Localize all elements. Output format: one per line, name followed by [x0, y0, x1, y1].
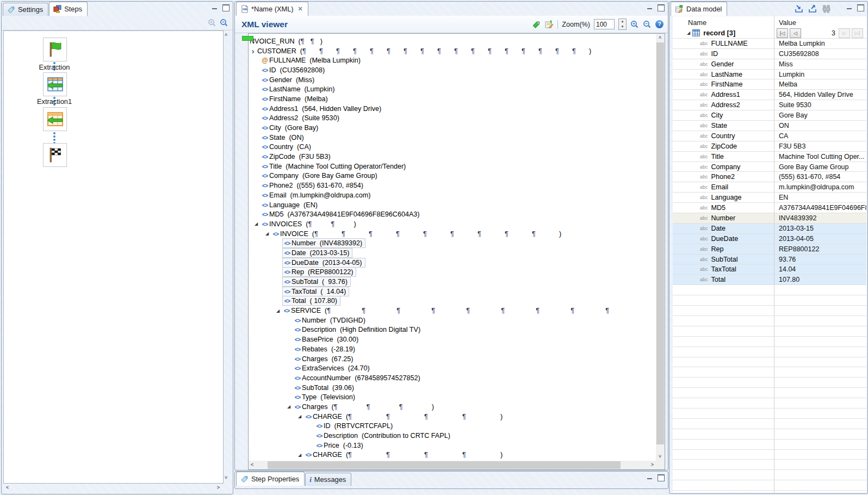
tab-steps[interactable]: Steps [49, 2, 88, 16]
field-value[interactable]: F3U 5B3 [774, 141, 866, 151]
zoom-in-icon[interactable] [208, 18, 216, 27]
green-tag-icon[interactable] [532, 20, 541, 29]
xml-tree-row[interactable]: <>DueDate(2013-04-05) [249, 258, 656, 268]
zoom-out-icon[interactable] [220, 18, 228, 27]
xml-tree-row[interactable]: <>Gender(Miss) [249, 75, 656, 85]
xml-vertical-scrollbar[interactable]: ˄ ˅ [656, 34, 665, 461]
edit-xml-icon[interactable] [544, 20, 554, 29]
field-value[interactable]: Melba [774, 79, 866, 89]
import-data-model-icon[interactable] [795, 4, 804, 13]
data-model-row[interactable]: abcIDCU35692808 [673, 49, 866, 59]
tab-step-properties[interactable]: Step Properties [236, 472, 305, 486]
data-model-row[interactable]: abcSubTotal93.76 [673, 255, 866, 265]
expanded-icon[interactable]: ◢ [274, 308, 282, 313]
xml-tree-row[interactable]: <>Title(Machine Tool Cutting Operator/Te… [249, 162, 656, 171]
expanded-icon[interactable]: ◢ [295, 414, 304, 419]
field-value[interactable]: Gore Bay [774, 110, 866, 120]
xml-tree-row[interactable]: <>Language(EN) [249, 200, 656, 210]
xml-tree-row[interactable]: <>MD5(A376734A49841E9F04696F8E96C604A3) [249, 209, 656, 219]
xml-tree-row[interactable]: <>Description(High Definition Digital TV… [249, 325, 656, 335]
xml-tree-row[interactable]: ◢<>Charges(¶¶¶) [249, 402, 656, 412]
maximize-button[interactable] [222, 4, 230, 11]
workflow-end-step[interactable] [43, 143, 67, 167]
expanded-icon[interactable]: ◢ [284, 404, 293, 409]
minimize-button[interactable] [647, 5, 653, 11]
field-value[interactable]: 2013-04-05 [774, 234, 866, 244]
data-model-row[interactable]: abcTaxTotal14.04 [673, 264, 866, 275]
expanded-icon[interactable]: ◢ [687, 30, 690, 35]
close-icon[interactable]: ✕ [298, 5, 303, 13]
xml-tree-row[interactable]: <>FirstName(Melba) [249, 94, 656, 104]
expanded-icon[interactable]: ◢ [252, 221, 261, 226]
next-record-button[interactable]: ▷ [839, 28, 850, 38]
workflow-extraction1-step[interactable] [43, 107, 67, 131]
xml-tree-row[interactable]: ◢<>CHARGE(¶¶¶¶) [249, 412, 656, 422]
first-record-button[interactable]: |◁ [777, 28, 788, 38]
xml-tree-row[interactable]: <>ID(RBTVCRTCFAPL) [249, 422, 656, 431]
horizontal-scrollbar[interactable]: < > [3, 484, 222, 492]
minimize-button[interactable] [846, 5, 852, 11]
minimize-button[interactable] [647, 475, 653, 481]
export-data-model-icon[interactable] [808, 4, 817, 13]
data-model-row[interactable]: abcAddress2Suite 9530 [673, 100, 866, 110]
data-model-row[interactable]: abcFirstNameMelba [673, 79, 866, 90]
sync-model-icon[interactable] [822, 4, 832, 13]
data-model-row[interactable]: abcCompanyGore Bay Game Group [673, 162, 866, 172]
field-value[interactable]: CU35692808 [774, 49, 866, 59]
spinner-down-icon[interactable]: ▼ [619, 24, 626, 30]
expanded-icon[interactable]: ◢ [263, 231, 271, 236]
field-value[interactable]: INV4839392 [774, 213, 866, 223]
data-model-row[interactable]: abcFULLNAMEMelba Lumpkin [673, 39, 866, 49]
xml-tree-row[interactable]: <>Charges(67.25) [249, 354, 656, 364]
data-model-row[interactable]: abcDate2013-03-15 [673, 224, 866, 234]
xml-tree-row[interactable]: <>Phone2((555) 631-670, #854) [249, 181, 656, 190]
data-model-row[interactable]: abcZipCodeF3U 5B3 [673, 141, 866, 152]
xml-tree-row[interactable]: <>Address1(564, Hidden Valley Drive) [249, 104, 656, 114]
data-model-row[interactable]: abcLastNameLumpkin [673, 70, 866, 80]
data-model-row[interactable]: abcMD5A376734A49841E9F04696F8E... [673, 203, 866, 213]
spinner-up-icon[interactable]: ▲ [619, 19, 626, 24]
field-value[interactable]: Lumpkin [774, 70, 866, 79]
maximize-button[interactable] [658, 474, 665, 481]
field-value[interactable]: (555) 631-670, #854 [774, 172, 866, 182]
field-value[interactable]: 93.76 [774, 255, 866, 264]
record-row[interactable]: ◢ record [3] |◁ ◁ 3 ▷ ▷| [673, 28, 866, 39]
xml-tree-row[interactable]: <>Rebates(-28.19) [249, 344, 656, 354]
field-value[interactable]: Miss [774, 59, 866, 69]
previous-record-button[interactable]: ◁ [790, 28, 801, 38]
xml-tree-row[interactable]: <>Country(CA) [249, 143, 656, 152]
xml-tree-row[interactable]: <>Price(-0.13) [249, 441, 656, 450]
data-model-row[interactable]: abcAddress1564, Hidden Valley Drive [673, 90, 866, 100]
field-value[interactable]: m.lumpkin@oldrupa.com [774, 182, 866, 192]
data-model-row[interactable]: abcEmailm.lumpkin@oldrupa.com [673, 182, 866, 193]
xml-tree-row[interactable]: <>Number(INV4839392) [249, 238, 656, 248]
field-value[interactable]: 14.04 [774, 264, 866, 274]
data-model-row[interactable]: abcPhone2(555) 631-670, #854 [673, 172, 866, 182]
field-value[interactable]: 564, Hidden Valley Drive [774, 90, 866, 100]
xml-tree-row[interactable]: ◢<>SERVICE(¶¶¶¶¶¶¶¶¶ [249, 306, 656, 315]
field-value[interactable]: ON [774, 121, 866, 131]
xml-tree-row[interactable]: <>Email(m.lumpkin@oldrupa.com) [249, 190, 656, 200]
tab-name-xml[interactable]: XML *Name (XML) ✕ [236, 2, 308, 16]
xml-tree-row[interactable]: ◢<>INVOICES(¶¶) [249, 219, 656, 229]
xml-tree-row[interactable]: <>State(ON) [249, 133, 656, 143]
xml-tree-row[interactable]: <>TaxTotal( 14.04) [249, 287, 656, 296]
tab-messages[interactable]: i Messages [305, 473, 351, 486]
data-model-row[interactable]: abcGenderMiss [673, 59, 866, 70]
field-value[interactable]: Melba Lumpkin [774, 39, 866, 48]
field-value[interactable]: CA [774, 131, 866, 141]
xml-tree-row[interactable]: <>ExtraServices(24.70) [249, 363, 656, 373]
xml-tree-row[interactable]: <>Rep(REP8800122) [249, 268, 656, 277]
xml-tree-row[interactable]: <>Number(TVDIGHD) [249, 315, 656, 325]
xml-horizontal-scrollbar[interactable]: < > [249, 461, 656, 469]
tab-settings[interactable]: Settings [3, 3, 48, 16]
data-model-row[interactable]: abcStateON [673, 121, 866, 131]
last-record-button[interactable]: ▷| [852, 28, 863, 38]
data-model-row[interactable]: abcLanguageEN [673, 193, 866, 203]
field-value[interactable]: A376734A49841E9F04696F8E... [774, 203, 866, 213]
xml-tree-row[interactable]: <>BasePrice(30.00) [249, 335, 656, 344]
column-header-name[interactable]: Name [688, 18, 774, 27]
help-icon[interactable]: ? [655, 20, 664, 28]
field-value[interactable]: REP8800122 [774, 244, 866, 254]
column-header-value[interactable]: Value [774, 16, 796, 28]
